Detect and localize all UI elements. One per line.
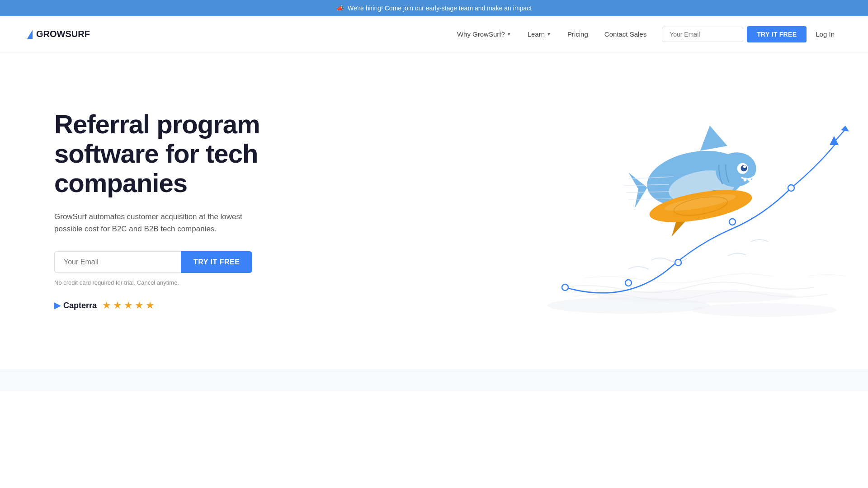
logo-icon — [27, 30, 33, 39]
capterra-rating: ▶ Capterra ★ ★ ★ ★ ★ — [54, 300, 307, 311]
nav-learn-label: Learn — [528, 30, 545, 38]
star-4: ★ — [135, 300, 144, 311]
logo[interactable]: GROWSURF — [27, 29, 90, 39]
hero-title: Referral program software for tech compa… — [54, 110, 307, 198]
capterra-icon: ▶ — [54, 300, 61, 310]
svg-point-5 — [675, 259, 681, 266]
no-credit-text: No credit card required for trial. Cance… — [54, 279, 307, 286]
svg-marker-10 — [841, 126, 849, 131]
announcement-text: We're hiring! Come join our early-stage … — [348, 5, 532, 12]
svg-line-26 — [628, 199, 671, 199]
nav-links: Why GrowSurf? ▼ Learn ▼ Pricing Contact … — [451, 27, 653, 42]
hero-content: Referral program software for tech compa… — [54, 110, 307, 311]
hero-try-btn-label: TRY IT FREE — [193, 258, 240, 266]
nav-pricing-label: Pricing — [567, 30, 588, 38]
star-rating: ★ ★ ★ ★ ★ — [102, 300, 155, 311]
capterra-label: Capterra — [63, 301, 97, 310]
nav-try-it-free-button[interactable]: TRY IT FREE — [747, 26, 807, 42]
nav-email-input[interactable] — [662, 27, 743, 42]
star-5: ★ — [146, 300, 155, 311]
shark-illustration — [538, 89, 854, 324]
svg-point-6 — [729, 219, 736, 225]
chevron-down-icon: ▼ — [507, 32, 511, 37]
hero-try-it-free-button[interactable]: TRY IT FREE — [181, 251, 252, 273]
star-1: ★ — [102, 300, 111, 311]
hero-illustration — [326, 98, 841, 324]
capterra-logo: ▶ Capterra — [54, 300, 97, 310]
star-3: ★ — [124, 300, 133, 311]
svg-line-9 — [835, 129, 845, 141]
svg-point-1 — [692, 303, 836, 317]
logo-text: GROWSURF — [36, 29, 90, 39]
nav-contact-label: Contact Sales — [604, 30, 646, 38]
nav-login-link[interactable]: Log In — [809, 27, 841, 42]
svg-point-3 — [562, 284, 568, 291]
announcement-icon: 📣 — [336, 5, 344, 12]
nav-login-label: Log In — [816, 30, 835, 38]
hero-email-input[interactable] — [54, 251, 181, 273]
hero-section: Referral program software for tech compa… — [0, 52, 868, 369]
navbar: GROWSURF Why GrowSurf? ▼ Learn ▼ Pricing… — [0, 16, 868, 52]
nav-pricing[interactable]: Pricing — [561, 27, 594, 42]
bottom-bar — [0, 369, 868, 391]
announcement-bar: 📣 We're hiring! Come join our early-stag… — [0, 0, 868, 16]
nav-try-btn-label: TRY IT FREE — [757, 31, 797, 38]
nav-why-growsurf[interactable]: Why GrowSurf? ▼ — [451, 27, 518, 42]
svg-point-7 — [788, 185, 794, 191]
nav-learn[interactable]: Learn ▼ — [521, 27, 557, 42]
nav-why-label: Why GrowSurf? — [457, 30, 505, 38]
star-2: ★ — [113, 300, 122, 311]
hero-cta-form: TRY IT FREE — [54, 251, 307, 273]
nav-contact-sales[interactable]: Contact Sales — [598, 27, 653, 42]
svg-marker-8 — [830, 136, 839, 145]
chevron-down-icon: ▼ — [547, 32, 551, 37]
hero-subtitle: GrowSurf automates customer acquisition … — [54, 211, 271, 235]
svg-point-4 — [625, 280, 632, 286]
svg-rect-16 — [752, 176, 755, 180]
